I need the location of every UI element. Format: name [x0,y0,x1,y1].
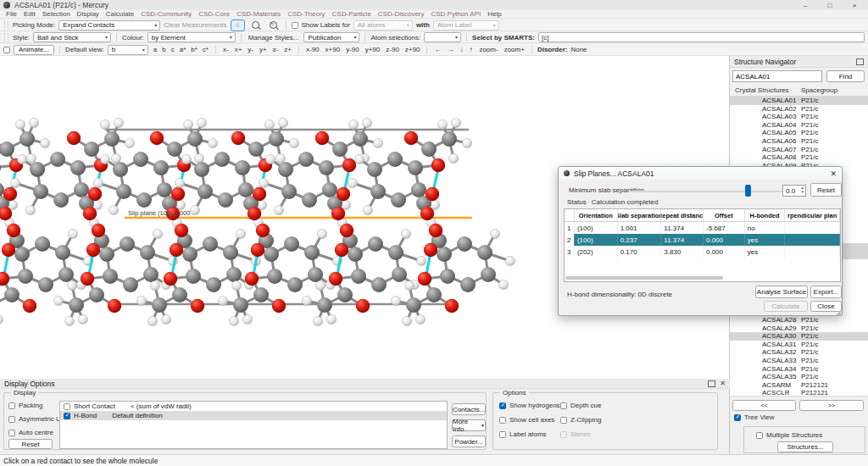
maximize-button[interactable]: □ [820,2,840,9]
prev-page-button[interactable]: << [732,400,796,411]
zoom-button-zoom[interactable]: zoom- [477,46,499,53]
menu-display[interactable]: Display [74,10,103,18]
pan-arrow-button-item[interactable]: ↓ [458,46,465,53]
minimize-button[interactable]: – [795,2,815,9]
rotate-button-z-90[interactable]: z-90 [384,46,401,53]
contacts-button[interactable]: Contacts... [452,403,486,415]
menu-csd-materials[interactable]: CSD-Materials [233,10,284,18]
translate-button-z[interactable]: z+ [282,46,293,53]
labels-scope-combo[interactable]: All atoms▾ [353,20,413,31]
contact-checkbox[interactable] [64,403,70,410]
find-button[interactable]: Find [826,70,865,82]
label-atoms-checkbox[interactable] [499,431,506,438]
zoom-mode-button[interactable] [248,19,263,31]
show-hydrogens-checkbox[interactable] [499,402,506,409]
menu-csd-community[interactable]: CSD-Community [137,10,195,18]
next-page-button[interactable]: >> [799,400,864,411]
menu-selection[interactable]: Selection [39,10,74,18]
zoom-button-zoom[interactable]: zoom+ [503,46,526,53]
dialog-title-bar[interactable]: Slip Planes... ACSALA01 ✕ [559,167,842,180]
menu-help[interactable]: Help [484,10,504,18]
translate-button-z[interactable]: z- [271,46,281,53]
column-header-spacegroup[interactable]: Spacegroup [801,86,837,94]
menu-calculate[interactable]: Calculate [103,10,137,18]
structure-row-acsarm[interactable]: ACSARMP212121 [730,381,868,390]
style-preset-combo[interactable]: Publication▾ [303,32,359,42]
slip-plane-row-1[interactable]: 1(100)1.00111.374-5.687no [565,222,840,234]
pan-arrow-button-item[interactable]: ↑ [467,46,474,53]
structure-row-acsala33[interactable]: ACSALA33P21/c [730,357,868,365]
axis-button-a[interactable]: a [152,46,159,53]
colour-combo[interactable]: by Element▾ [147,32,236,42]
structure-row-acsala07[interactable]: ACSALA07P21/c [730,146,868,154]
structure-row-acsala35[interactable]: ACSALA35P21/c [730,373,868,381]
rotate-button-y-90[interactable]: y+90 [364,46,382,53]
rotate-button-y-90[interactable]: y-90 [344,46,361,53]
axis-button-c[interactable]: c* [201,46,210,53]
dialog-close-icon[interactable]: ✕ [830,169,837,178]
default-view-combo[interactable]: b▾ [108,45,148,55]
analyse-surface-button[interactable]: Analyse Surface [755,286,808,298]
more-info-button[interactable]: More Info ▼ [452,419,486,431]
translate-button-x[interactable]: x- [221,46,231,53]
export-button[interactable]: Export... [810,286,842,298]
toolbar-grip[interactable] [4,21,8,30]
close-panel-icon[interactable]: ✕ [720,380,726,387]
slab-slider-track[interactable] [630,191,800,192]
display-reset-button[interactable]: Reset [8,439,53,449]
axis-button-b[interactable]: b* [189,46,199,53]
table-hscrollbar[interactable] [565,276,723,280]
contact-row-h-bond[interactable]: H-BondDefault definition [60,411,447,420]
pick-mode-button[interactable]: ☝ [231,19,245,31]
table-column-orientation[interactable]: Orientation [575,209,618,221]
slab-slider-handle[interactable] [745,185,751,197]
menu-file[interactable]: File [3,10,20,18]
toolbar-grip[interactable] [4,33,8,42]
table-column-offset[interactable]: Offset [704,209,745,221]
resize-grip-icon[interactable]: ◢ [837,309,841,315]
rotate-zoom-mode-button[interactable]: ↻ [266,19,281,31]
menu-csd-discovery[interactable]: CSD-Discovery [375,10,428,18]
structure-search-input[interactable] [732,70,822,82]
structure-row-acsala02[interactable]: ACSALA02P21/c [730,105,868,114]
pan-arrow-button-item[interactable]: → [445,46,455,53]
animate-button[interactable]: Animate... [14,45,54,55]
z-clipping-checkbox[interactable] [560,417,567,424]
slab-value-spinner[interactable]: 0.0 ▲▼ [782,185,806,197]
depth-cue-checkbox[interactable] [560,402,567,409]
structure-row-acsala08[interactable]: ACSALA08P21/c [730,153,868,162]
menu-csd-core[interactable]: CSD-Core [195,10,233,18]
structure-row-acsala31[interactable]: ACSALA31P21/c [730,341,868,349]
tree-view-checkbox[interactable] [734,414,741,421]
table-column-rpendicular-plan[interactable]: rpendicular plan [785,209,840,221]
translate-button-y[interactable]: y+ [258,46,269,53]
column-header-structures[interactable]: Crystal Structures [735,86,789,94]
axis-button-a[interactable]: a* [178,46,188,53]
axis-button-c[interactable]: c [170,46,176,53]
contact-checkbox[interactable] [64,413,70,419]
manage-styles-button[interactable]: Manage Styles... [247,34,301,42]
show-cell-axes-checkbox[interactable] [499,417,506,424]
axis-button-b[interactable]: b [160,46,167,53]
stereo-checkbox[interactable] [560,431,567,438]
rotate-button-x-90[interactable]: x-90 [304,46,321,53]
structure-row-acsclr[interactable]: ACSCLRP212121 [730,389,868,397]
spinner-arrows-icon[interactable]: ▲▼ [801,186,805,195]
rotate-button-x-90[interactable]: x+90 [324,46,342,53]
translate-button-y[interactable]: y- [246,46,255,53]
structure-row-acsala01[interactable]: ACSALA01P21/c [730,97,868,105]
structures-button[interactable]: Structures... [777,441,833,452]
table-column-repeat-distance[interactable]: Repeat distance [661,209,704,221]
show-labels-checkbox[interactable] [292,22,298,29]
picking-mode-combo[interactable]: Expand Contacts▾ [58,20,160,31]
asymmetric-unit-checkbox[interactable] [8,416,15,423]
structure-row-acsala30[interactable]: ACSALA30P21/c [730,332,868,341]
structure-row-acsala29[interactable]: ACSALA29P21/c [730,325,868,333]
translate-button-x[interactable]: x+ [233,46,244,53]
float-panel-icon[interactable] [856,58,864,65]
reset-button[interactable]: Reset [810,183,842,197]
auto-centre-checkbox[interactable] [8,430,15,436]
animate-checkbox[interactable] [3,47,10,53]
smarts-input[interactable] [538,32,865,42]
contact-row-short-contact[interactable]: Short Contact< (sum of vdW radii) [60,402,447,411]
